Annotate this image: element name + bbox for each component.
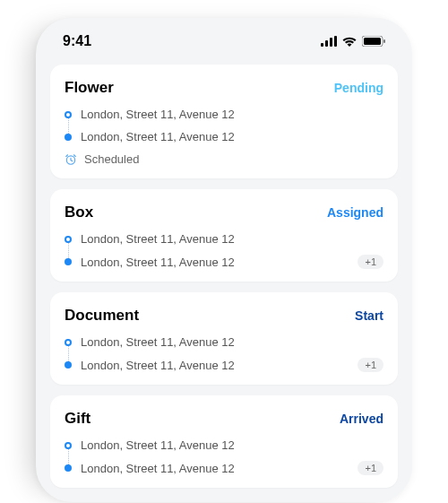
svg-rect-6	[383, 39, 385, 43]
clock-icon	[65, 153, 77, 166]
svg-rect-2	[330, 38, 332, 47]
delivery-card[interactable]: FlowerPendingLondon, Street 11, Avenue 1…	[50, 65, 398, 178]
battery-icon	[362, 36, 385, 47]
cards-list[interactable]: FlowerPendingLondon, Street 11, Avenue 1…	[50, 65, 398, 488]
status-badge[interactable]: Assigned	[327, 205, 383, 220]
extra-count-badge: +1	[358, 255, 383, 269]
delivery-card[interactable]: GiftArrivedLondon, Street 11, Avenue 12L…	[50, 395, 398, 488]
card-header: GiftArrived	[65, 410, 383, 428]
route-dot-icon	[65, 361, 72, 369]
svg-rect-0	[321, 43, 323, 47]
stop-item: London, Street 11, Avenue 12	[65, 130, 383, 143]
wifi-icon	[342, 36, 357, 47]
status-badge[interactable]: Arrived	[340, 412, 383, 426]
svg-rect-3	[334, 36, 337, 47]
card-header: FlowerPending	[65, 79, 383, 97]
route-dot-icon	[65, 134, 72, 141]
delivery-card[interactable]: DocumentStartLondon, Street 11, Avenue 1…	[50, 292, 398, 385]
card-title: Box	[65, 204, 93, 221]
stop-label: London, Street 11, Avenue 12	[81, 108, 235, 121]
stop-item: London, Street 11, Avenue 12+1	[65, 255, 383, 269]
route-dot-icon	[65, 464, 72, 472]
status-badge[interactable]: Pending	[334, 81, 383, 95]
delivery-card[interactable]: BoxAssignedLondon, Street 11, Avenue 12L…	[50, 189, 398, 282]
cellular-icon	[321, 36, 337, 47]
phone-frame: 9:41 FlowerPendingLondon, Street 11, Ave…	[36, 18, 412, 502]
stops-list: London, Street 11, Avenue 12London, Stre…	[65, 335, 383, 372]
scheduled-row: Scheduled	[65, 152, 383, 166]
extra-count-badge: +1	[358, 461, 383, 475]
stop-label: London, Street 11, Avenue 12	[81, 232, 235, 246]
stop-item: London, Street 11, Avenue 12	[65, 335, 383, 349]
stop-item: London, Street 11, Avenue 12+1	[65, 461, 383, 475]
route-dot-icon	[65, 111, 72, 118]
card-title: Document	[65, 307, 139, 325]
extra-count-badge: +1	[358, 358, 383, 372]
stop-item: London, Street 11, Avenue 12	[65, 108, 383, 121]
route-dot-icon	[65, 236, 72, 243]
stop-item: London, Street 11, Avenue 12+1	[65, 358, 383, 372]
card-title: Gift	[65, 410, 90, 428]
svg-rect-5	[364, 38, 381, 45]
statusbar: 9:41	[50, 18, 398, 65]
card-header: BoxAssigned	[65, 204, 383, 221]
route-dot-icon	[65, 258, 72, 265]
stop-label: London, Street 11, Avenue 12	[81, 335, 235, 349]
stops-list: London, Street 11, Avenue 12London, Stre…	[65, 438, 383, 475]
stop-label: London, Street 11, Avenue 12	[81, 130, 235, 143]
stop-item: London, Street 11, Avenue 12	[65, 438, 383, 452]
stop-item: London, Street 11, Avenue 12	[65, 232, 383, 246]
stops-list: London, Street 11, Avenue 12London, Stre…	[65, 108, 383, 143]
stop-label: London, Street 11, Avenue 12	[81, 359, 235, 372]
stop-label: London, Street 11, Avenue 12	[81, 438, 235, 452]
stop-label: London, Street 11, Avenue 12	[81, 462, 235, 475]
statusbar-time: 9:41	[63, 33, 91, 49]
card-title: Flower	[65, 79, 114, 97]
svg-rect-1	[325, 40, 328, 47]
stops-list: London, Street 11, Avenue 12London, Stre…	[65, 232, 383, 269]
status-icons	[321, 36, 385, 47]
card-header: DocumentStart	[65, 307, 383, 325]
scheduled-label: Scheduled	[84, 152, 139, 166]
stop-label: London, Street 11, Avenue 12	[81, 256, 235, 269]
status-badge[interactable]: Start	[355, 308, 383, 323]
route-dot-icon	[65, 339, 72, 346]
route-dot-icon	[65, 442, 72, 449]
